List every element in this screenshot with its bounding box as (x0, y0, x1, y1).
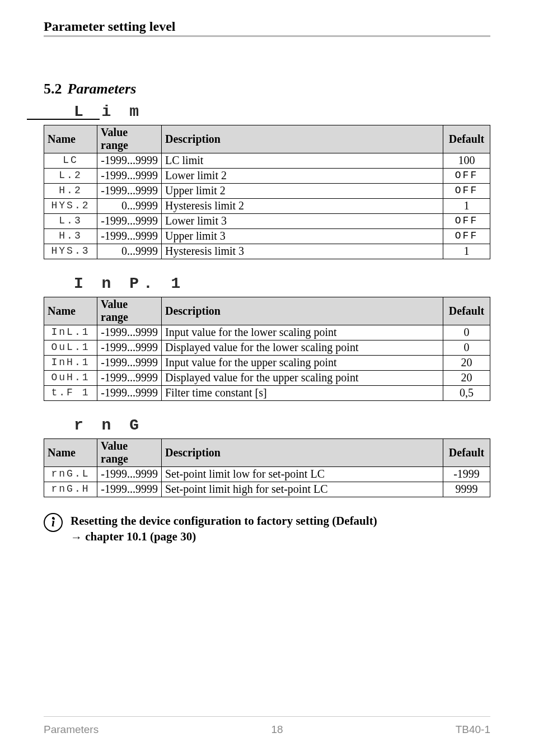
param-description: Lower limit 2 (162, 169, 443, 184)
param-range: -1999...9999 (97, 229, 162, 244)
table-row: L.3-1999...9999Lower limit 3OFF (44, 214, 490, 229)
parameter-table: NameValue rangeDescriptionDefaultInL.1-1… (44, 297, 490, 401)
section-heading: 5.2 Parameters (44, 81, 490, 97)
param-description: Displayed value for the lower scaling po… (162, 340, 443, 356)
param-default: 9999 (443, 482, 490, 497)
param-range: -1999...9999 (97, 467, 162, 482)
column-header: Default (443, 125, 490, 153)
footer-right: TB40-1 (456, 724, 490, 736)
param-default: OFF (443, 169, 490, 184)
param-range: -1999...9999 (97, 153, 162, 169)
param-description: Set-point limit high for set-point LC (162, 482, 443, 497)
param-range: -1999...9999 (97, 386, 162, 401)
column-header: Description (162, 125, 443, 153)
info-icon: i (44, 513, 63, 532)
param-range: -1999...9999 (97, 356, 162, 371)
param-description: Input value for the upper scaling point (162, 356, 443, 371)
param-name: HYS.3 (44, 244, 97, 259)
running-head: Parameter setting level (44, 19, 490, 37)
param-description: Set-point limit low for set-point LC (162, 467, 443, 482)
param-name: t.F 1 (44, 386, 97, 401)
column-header: Value range (97, 439, 162, 467)
param-name: L.2 (44, 169, 97, 184)
param-range: 0...9999 (97, 199, 162, 214)
table-row: H.2-1999...9999Upper limit 2OFF (44, 184, 490, 199)
param-default: 1 (443, 199, 490, 214)
footer-left: Parameters (44, 724, 99, 736)
param-default: OFF (443, 214, 490, 229)
param-range: -1999...9999 (97, 325, 162, 340)
column-header: Default (443, 439, 490, 467)
param-name: H.2 (44, 184, 97, 199)
table-row: L.2-1999...9999Lower limit 2OFF (44, 169, 490, 184)
column-header: Name (44, 297, 97, 325)
group-heading: I n P. 1 (74, 275, 490, 292)
param-default: 20 (443, 371, 490, 386)
param-default: 100 (443, 153, 490, 169)
table-row: OuL.1-1999...9999Displayed value for the… (44, 340, 490, 356)
param-name: L.3 (44, 214, 97, 229)
param-default: 0 (443, 340, 490, 356)
param-range: -1999...9999 (97, 482, 162, 497)
param-description: Filter time constant [s] (162, 386, 443, 401)
section-number: 5.2 (44, 81, 62, 97)
param-name: H.3 (44, 229, 97, 244)
column-header: Value range (97, 125, 162, 153)
parameter-table: NameValue rangeDescriptionDefaultLC-1999… (44, 125, 490, 259)
table-row: InL.1-1999...9999Input value for the low… (44, 325, 490, 340)
group-heading: L i m (74, 103, 490, 120)
param-default: 1 (443, 244, 490, 259)
table-row: HYS.20...9999Hysteresis limit 21 (44, 199, 490, 214)
param-description: Lower limit 3 (162, 214, 443, 229)
param-description: Hysteresis limit 3 (162, 244, 443, 259)
table-row: LC-1999...9999LC limit100 (44, 153, 490, 169)
column-header: Description (162, 439, 443, 467)
param-range: -1999...9999 (97, 340, 162, 356)
param-range: -1999...9999 (97, 184, 162, 199)
column-header: Value range (97, 297, 162, 325)
group-heading: r n G (74, 417, 490, 434)
parameter-table: NameValue rangeDescriptionDefaultrnG.L-1… (44, 438, 490, 497)
table-row: rnG.L-1999...9999Set-point limit low for… (44, 467, 490, 482)
column-header: Name (44, 125, 97, 153)
param-range: -1999...9999 (97, 169, 162, 184)
info-note: i Resetting the device configuration to … (44, 513, 490, 545)
param-range: 0...9999 (97, 244, 162, 259)
param-name: InH.1 (44, 356, 97, 371)
param-default: OFF (443, 184, 490, 199)
param-description: Input value for the lower scaling point (162, 325, 443, 340)
param-name: rnG.H (44, 482, 97, 497)
param-description: Upper limit 2 (162, 184, 443, 199)
param-name: OuH.1 (44, 371, 97, 386)
param-range: -1999...9999 (97, 371, 162, 386)
param-name: rnG.L (44, 467, 97, 482)
param-description: LC limit (162, 153, 443, 169)
param-name: OuL.1 (44, 340, 97, 356)
table-row: rnG.H-1999...9999Set-point limit high fo… (44, 482, 490, 497)
page-footer: Parameters 18 TB40-1 (44, 716, 490, 736)
info-note-text: Resetting the device configuration to fa… (71, 513, 377, 545)
footer-center: 18 (271, 724, 283, 736)
param-range: -1999...9999 (97, 214, 162, 229)
table-row: H.3-1999...9999Upper limit 3OFF (44, 229, 490, 244)
param-description: Hysteresis limit 2 (162, 199, 443, 214)
param-description: Upper limit 3 (162, 229, 443, 244)
table-row: OuH.1-1999...9999Displayed value for the… (44, 371, 490, 386)
param-name: LC (44, 153, 97, 169)
param-default: 0 (443, 325, 490, 340)
param-name: InL.1 (44, 325, 97, 340)
table-row: HYS.30...9999Hysteresis limit 31 (44, 244, 490, 259)
param-default: 0,5 (443, 386, 490, 401)
table-row: t.F 1-1999...9999Filter time constant [s… (44, 386, 490, 401)
param-default: OFF (443, 229, 490, 244)
column-header: Description (162, 297, 443, 325)
param-description: Displayed value for the upper scaling po… (162, 371, 443, 386)
column-header: Default (443, 297, 490, 325)
table-row: InH.1-1999...9999Input value for the upp… (44, 356, 490, 371)
param-name: HYS.2 (44, 199, 97, 214)
section-title: Parameters (68, 81, 137, 97)
column-header: Name (44, 439, 97, 467)
param-default: 20 (443, 356, 490, 371)
param-default: -1999 (443, 467, 490, 482)
